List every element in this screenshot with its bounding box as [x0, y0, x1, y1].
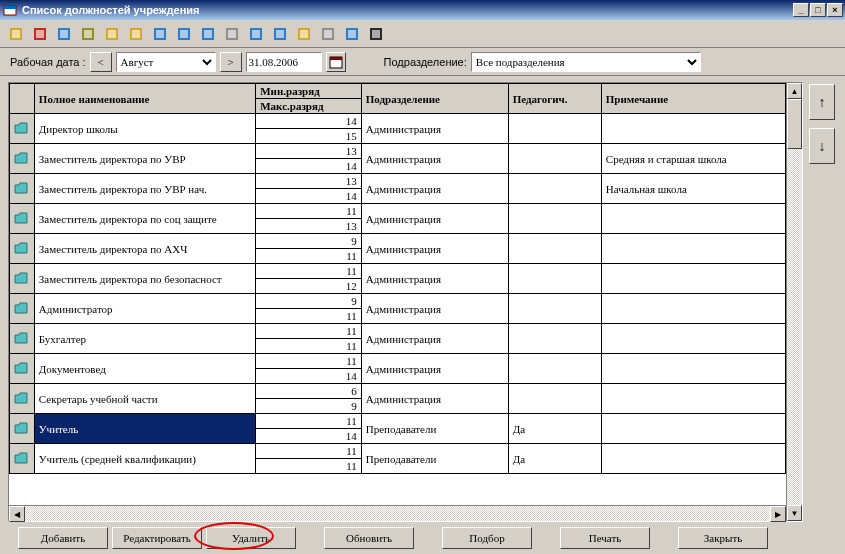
min-cell[interactable]: 11: [256, 324, 362, 339]
note-cell[interactable]: [601, 204, 785, 234]
note-cell[interactable]: Средняя и старшая школа: [601, 144, 785, 174]
scroll-up-icon[interactable]: ▲: [787, 83, 802, 99]
table-icon[interactable]: [102, 24, 122, 44]
move-down-button[interactable]: ↓: [809, 128, 835, 164]
max-cell[interactable]: 11: [256, 459, 362, 474]
next-month-button[interactable]: >: [220, 52, 242, 72]
name-cell[interactable]: Документовед: [34, 354, 255, 384]
podr-cell[interactable]: Администрация: [361, 324, 508, 354]
pick-button[interactable]: Подбор: [442, 527, 532, 549]
move-icon[interactable]: [270, 24, 290, 44]
podr-cell[interactable]: Администрация: [361, 264, 508, 294]
min-cell[interactable]: 6: [256, 384, 362, 399]
maximize-button[interactable]: □: [810, 3, 826, 17]
name-cell[interactable]: Учитель (средней квалификации): [34, 444, 255, 474]
note-cell[interactable]: [601, 234, 785, 264]
max-cell[interactable]: 11: [256, 309, 362, 324]
struct-icon[interactable]: [150, 24, 170, 44]
max-cell[interactable]: 9: [256, 399, 362, 414]
min-cell[interactable]: 11: [256, 354, 362, 369]
ped-cell[interactable]: [508, 234, 601, 264]
new-icon[interactable]: [6, 24, 26, 44]
header-ped[interactable]: Педагогич.: [508, 84, 601, 114]
copy-icon[interactable]: [318, 24, 338, 44]
wizard-icon[interactable]: [294, 24, 314, 44]
header-icon[interactable]: [10, 84, 35, 114]
detail-icon[interactable]: [174, 24, 194, 44]
ped-cell[interactable]: [508, 294, 601, 324]
name-cell[interactable]: Заместитель директора по соц защите: [34, 204, 255, 234]
table-row[interactable]: Заместитель директора по соц защите11Адм…: [10, 204, 786, 219]
podr-cell[interactable]: Преподаватели: [361, 414, 508, 444]
min-cell[interactable]: 11: [256, 444, 362, 459]
ped-cell[interactable]: Да: [508, 444, 601, 474]
max-cell[interactable]: 11: [256, 249, 362, 264]
table-row[interactable]: Заместитель директора по АХЧ9Администрац…: [10, 234, 786, 249]
filter-icon[interactable]: [222, 24, 242, 44]
header-min[interactable]: Мин.разряд: [256, 84, 362, 99]
hscroll-track[interactable]: [25, 506, 770, 521]
vertical-scrollbar[interactable]: ▲ ▼: [786, 83, 802, 521]
podr-cell[interactable]: Администрация: [361, 354, 508, 384]
max-cell[interactable]: 14: [256, 369, 362, 384]
ped-cell[interactable]: [508, 324, 601, 354]
table-row[interactable]: Документовед11Администрация: [10, 354, 786, 369]
header-podr[interactable]: Подразделение: [361, 84, 508, 114]
min-cell[interactable]: 14: [256, 114, 362, 129]
name-cell[interactable]: Заместитель директора по безопасност: [34, 264, 255, 294]
close-btn[interactable]: Закрыть: [678, 527, 768, 549]
date-input[interactable]: [246, 52, 322, 72]
name-cell[interactable]: Бухгалтер: [34, 324, 255, 354]
max-cell[interactable]: 15: [256, 129, 362, 144]
note-cell[interactable]: [601, 384, 785, 414]
podr-cell[interactable]: Администрация: [361, 174, 508, 204]
min-cell[interactable]: 11: [256, 264, 362, 279]
note-cell[interactable]: [601, 414, 785, 444]
table-row[interactable]: Заместитель директора по безопасност11Ад…: [10, 264, 786, 279]
horizontal-scrollbar[interactable]: ◀ ▶: [9, 505, 786, 521]
prev-month-button[interactable]: <: [90, 52, 112, 72]
ped-cell[interactable]: [508, 384, 601, 414]
calendar-icon[interactable]: [326, 52, 346, 72]
grid-icon[interactable]: [78, 24, 98, 44]
name-cell[interactable]: Учитель: [34, 414, 255, 444]
podr-cell[interactable]: Администрация: [361, 114, 508, 144]
podr-cell[interactable]: Администрация: [361, 384, 508, 414]
table-row[interactable]: Заместитель директора по УВР нач.13Админ…: [10, 174, 786, 189]
podr-cell[interactable]: Преподаватели: [361, 444, 508, 474]
note-cell[interactable]: [601, 444, 785, 474]
min-cell[interactable]: 11: [256, 414, 362, 429]
print-button[interactable]: Печать: [560, 527, 650, 549]
scroll-down-icon[interactable]: ▼: [787, 505, 802, 521]
scroll-track[interactable]: [787, 99, 802, 505]
max-cell[interactable]: 12: [256, 279, 362, 294]
note-cell[interactable]: [601, 264, 785, 294]
table-row[interactable]: Заместитель директора по УВР13Администра…: [10, 144, 786, 159]
note-cell[interactable]: [601, 324, 785, 354]
note-cell[interactable]: [601, 354, 785, 384]
ped-cell[interactable]: [508, 174, 601, 204]
edit-button[interactable]: Редактировать: [112, 527, 202, 549]
max-cell[interactable]: 13: [256, 219, 362, 234]
note-cell[interactable]: [601, 114, 785, 144]
ped-cell[interactable]: [508, 204, 601, 234]
ped-cell[interactable]: [508, 354, 601, 384]
table-row[interactable]: Секретарь учебной части6Администрация: [10, 384, 786, 399]
table-row[interactable]: Бухгалтер11Администрация: [10, 324, 786, 339]
help-icon[interactable]: [342, 24, 362, 44]
min-cell[interactable]: 13: [256, 174, 362, 189]
minimize-button[interactable]: _: [793, 3, 809, 17]
header-name[interactable]: Полное наименование: [34, 84, 255, 114]
min-cell[interactable]: 13: [256, 144, 362, 159]
name-cell[interactable]: Администратор: [34, 294, 255, 324]
move-up-button[interactable]: ↑: [809, 84, 835, 120]
podrazdelenie-select[interactable]: Все подразделения: [471, 52, 701, 72]
min-cell[interactable]: 9: [256, 294, 362, 309]
name-cell[interactable]: Секретарь учебной части: [34, 384, 255, 414]
min-cell[interactable]: 9: [256, 234, 362, 249]
header-prim[interactable]: Примечание: [601, 84, 785, 114]
note-cell[interactable]: Начальная школа: [601, 174, 785, 204]
delete-button[interactable]: Удалить: [206, 527, 296, 549]
name-cell[interactable]: Заместитель директора по УВР: [34, 144, 255, 174]
max-cell[interactable]: 14: [256, 189, 362, 204]
